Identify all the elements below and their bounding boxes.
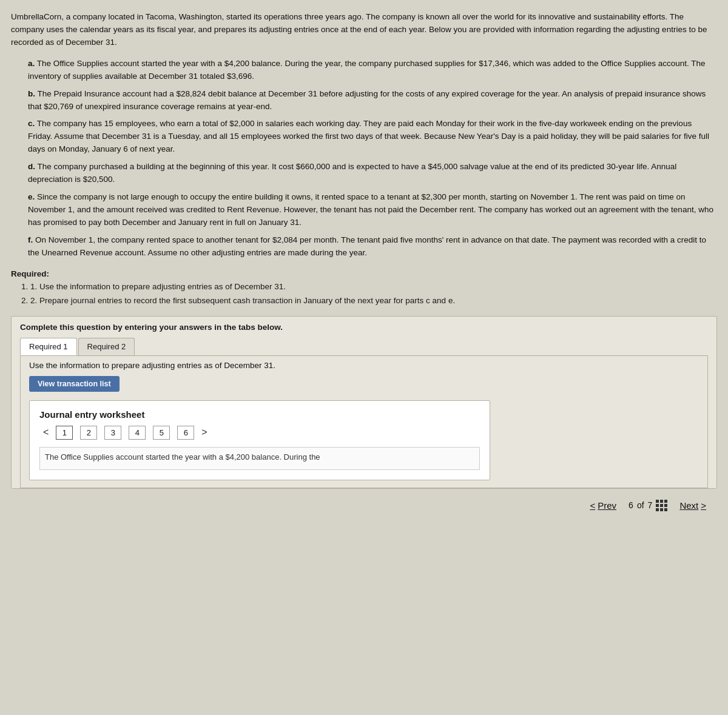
complete-question-box: Complete this question by entering your …: [11, 316, 717, 489]
entry-number-6[interactable]: 6: [177, 426, 194, 440]
scenario-list: a. The Office Supplies account started t…: [28, 58, 717, 260]
next-page-button[interactable]: Next >: [679, 500, 706, 511]
required-item: 1. Use the information to prepare adjust…: [30, 281, 717, 294]
tab-required-2[interactable]: Required 2: [78, 338, 135, 355]
scenario-item: f. On November 1, the company rented spa…: [28, 234, 717, 260]
prev-label: Prev: [598, 500, 616, 511]
prev-arrow-icon: <: [590, 500, 596, 511]
scenario-item: a. The Office Supplies account started t…: [28, 58, 717, 83]
prev-entry-button[interactable]: <: [39, 426, 52, 439]
complete-instruction: Complete this question by entering your …: [20, 323, 708, 332]
journal-title: Journal entry worksheet: [39, 409, 480, 420]
total-pages: 7: [648, 500, 653, 510]
scenario-item: e. Since the company is not large enough…: [28, 191, 717, 229]
tab-description: Use the information to prepare adjusting…: [29, 361, 699, 370]
entry-number-1[interactable]: 1: [56, 426, 73, 440]
page-container: UmbrellaCorn, a company located in Tacom…: [0, 0, 728, 715]
scenario-label: e.: [28, 192, 35, 201]
scenario-label: f.: [28, 235, 33, 244]
entry-number-3[interactable]: 3: [104, 426, 121, 440]
required-list: 1. Use the information to prepare adjust…: [30, 281, 717, 307]
required-title: Required:: [11, 269, 717, 278]
bottom-navigation: < Prev 6 of 7 Next >: [11, 500, 717, 511]
view-transaction-list-button[interactable]: View transaction list: [29, 376, 120, 392]
entry-number-4[interactable]: 4: [129, 426, 146, 440]
required-item: 2. Prepare journal entries to record the…: [30, 295, 717, 307]
scenario-item: b. The Prepaid Insurance account had a $…: [28, 88, 717, 113]
current-page: 6: [629, 500, 633, 510]
next-label: Next: [679, 500, 698, 511]
prev-page-button[interactable]: < Prev: [590, 500, 617, 511]
entry-preview: The Office Supplies account started the …: [39, 447, 480, 470]
scenario-item: d. The company purchased a building at t…: [28, 161, 717, 186]
of-label: of: [637, 500, 644, 510]
entry-navigation: < 1 2 3 4 5 6 >: [39, 426, 480, 440]
intro-paragraph: UmbrellaCorn, a company located in Tacom…: [11, 11, 717, 49]
next-arrow-icon: >: [701, 500, 706, 511]
entry-number-2[interactable]: 2: [80, 426, 97, 440]
scenario-label: c.: [28, 119, 35, 128]
scenario-label: d.: [28, 162, 35, 171]
tab-content: Use the information to prepare adjusting…: [20, 356, 708, 488]
journal-worksheet: Journal entry worksheet < 1 2 3 4 5 6 >: [29, 400, 490, 480]
tab-required-1[interactable]: Required 1: [20, 338, 77, 355]
next-entry-button[interactable]: >: [198, 426, 211, 439]
scenario-item: c. The company has 15 employees, who ear…: [28, 118, 717, 156]
grid-icon[interactable]: [656, 500, 667, 511]
page-info: 6 of 7: [629, 500, 667, 511]
scenario-label: b.: [28, 89, 35, 98]
scenario-label: a.: [28, 59, 35, 68]
entry-number-5[interactable]: 5: [153, 426, 170, 440]
required-section: Required: 1. Use the information to prep…: [11, 269, 717, 307]
tabs-row: Required 1 Required 2: [20, 338, 708, 356]
